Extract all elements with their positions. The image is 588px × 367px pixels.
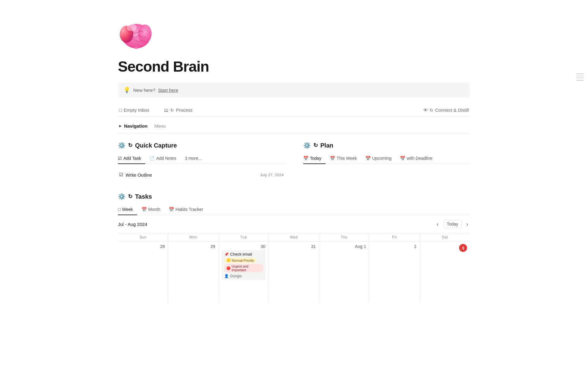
plan-header: ⚙️ ↻ Plan: [303, 142, 470, 149]
empty-inbox-nav[interactable]: □ Empty Inbox: [119, 107, 149, 113]
tab-more[interactable]: 3 more...: [181, 153, 206, 164]
month-icon: 📅: [141, 207, 147, 212]
habits-icon: 📅: [169, 207, 174, 212]
quick-capture-header: ⚙️ ↻ Quick Capture: [118, 142, 285, 149]
task-write-outline: ☑ Write Outline July 27, 2024: [118, 169, 285, 181]
person-icon: 👤: [224, 274, 229, 278]
connect-distill-nav[interactable]: 👁 ↻ Connect & Distill: [423, 107, 469, 113]
cal-header-mon: Mon: [168, 233, 218, 241]
two-col-layout: ⚙️ ↻ Quick Capture ☑ Add Task 📄 Add Note…: [118, 142, 470, 181]
cal-header-sat: Sat: [420, 233, 470, 241]
tab-today[interactable]: 📅 Today: [303, 153, 326, 164]
cal-cell-28: 28: [118, 242, 168, 303]
tasks-date-nav: Jul - Aug 2024 ‹ Today ›: [118, 220, 470, 228]
cal-cell-3-today: 3: [420, 242, 470, 303]
svg-point-3: [127, 24, 137, 31]
bulb-icon: 💡: [123, 87, 130, 93]
quick-capture-icon1: ⚙️: [118, 142, 126, 149]
svg-rect-4: [134, 47, 138, 49]
notes-icon: 📄: [149, 156, 155, 161]
tab-habits-tracker[interactable]: 📅 Habits Tracker: [164, 204, 207, 215]
navigation-menu-row[interactable]: ▶ Navigation Menu: [118, 119, 470, 133]
tab-upcoming[interactable]: 📅 Upcoming: [361, 153, 396, 164]
calendar-row: 28 29 30 📌 Check email 🟡 Normal P: [118, 241, 470, 303]
tasks-section: ⚙️ ↻ Tasks □ Week 📅 Month 📅 Habits Track…: [118, 193, 470, 303]
plan-icon1: ⚙️: [303, 142, 311, 149]
tab-month[interactable]: 📅 Month: [137, 204, 164, 215]
cal-cell-30: 30 📌 Check email 🟡 Normal Priority: [219, 242, 269, 303]
upcoming-cal-icon: 📅: [365, 156, 371, 161]
cal-header-wed: Wed: [269, 233, 319, 241]
deadline-cal-icon: 📅: [400, 156, 405, 161]
tag-normal-priority: 🟡 Normal Priority: [224, 258, 256, 263]
cal-header-fri: Fri: [369, 233, 420, 241]
tab-with-deadline[interactable]: 📅 with Deadline: [396, 153, 437, 164]
cal-event-check-email[interactable]: 📌 Check email 🟡 Normal Priority 🔴 Urgent…: [222, 250, 266, 280]
cal-event-person: 👤 Giorgia: [224, 274, 263, 278]
tasks-icon1: ⚙️: [118, 193, 126, 200]
plan-tabs: 📅 Today 📅 This Week 📅 Upcoming 📅 with De…: [303, 153, 470, 164]
prev-week-btn[interactable]: ‹: [435, 220, 440, 228]
cal-cell-aug1: Aug 1: [319, 242, 369, 303]
cal-cell-31: 31: [269, 242, 319, 303]
checkbox-icon: ☑: [118, 156, 122, 161]
scrollbar: [576, 73, 584, 81]
start-here-link[interactable]: Start here: [158, 88, 178, 93]
week-icon: □: [118, 207, 120, 212]
pin-icon: 📌: [224, 252, 229, 257]
tab-week[interactable]: □ Week: [118, 204, 137, 215]
cal-header-sun: Sun: [118, 233, 168, 241]
connect-cycle-icon: ↻: [430, 108, 433, 113]
tasks-header: ⚙️ ↻ Tasks: [118, 193, 470, 200]
quick-nav-row: □ Empty Inbox 🗂 ↻ Process 👁 ↻ Connect & …: [118, 104, 470, 117]
cal-header-tue: Tue: [219, 233, 269, 241]
process-icon: 🗂: [164, 107, 168, 113]
tab-add-notes[interactable]: 📄 Add Notes: [145, 153, 180, 164]
tasks-tabs: □ Week 📅 Month 📅 Habits Tracker: [118, 204, 470, 215]
week-cal-icon: 📅: [330, 156, 335, 161]
plan-icon2: ↻: [313, 142, 318, 149]
cal-cell-2: 2: [369, 242, 420, 303]
new-here-text: New here? Start here: [133, 88, 178, 93]
inbox-icon: □: [119, 107, 122, 113]
quick-capture-section: ⚙️ ↻ Quick Capture ☑ Add Task 📄 Add Note…: [118, 142, 285, 181]
process-cycle-icon: ↻: [170, 108, 174, 113]
tab-add-task[interactable]: ☑ Add Task: [118, 153, 145, 164]
cal-cell-29: 29: [168, 242, 218, 303]
today-cal-icon: 📅: [303, 156, 308, 161]
eye-icon: 👁: [423, 107, 428, 113]
page-title: Second Brain: [118, 58, 470, 75]
quick-capture-tabs: ☑ Add Task 📄 Add Notes 3 more...: [118, 153, 285, 164]
chevron-right-icon: ▶: [119, 124, 122, 128]
today-date-badge: 3: [459, 244, 467, 252]
task-checkbox-icon: ☑: [119, 172, 123, 178]
process-nav[interactable]: 🗂 ↻ Process: [164, 107, 192, 113]
tab-this-week[interactable]: 📅 This Week: [326, 153, 361, 164]
svg-point-2: [138, 24, 152, 43]
brain-icon: [118, 18, 155, 52]
plan-section: ⚙️ ↻ Plan 📅 Today 📅 This Week 📅 Upcoming: [303, 142, 470, 181]
quick-capture-icon2: ↻: [128, 142, 133, 149]
tag-urgent-important: 🔴 Urgent and Important: [224, 264, 263, 272]
next-week-btn[interactable]: ›: [465, 220, 470, 228]
cal-header-thu: Thu: [319, 233, 369, 241]
new-here-banner: 💡 New here? Start here: [118, 82, 470, 98]
today-nav-btn[interactable]: Today: [443, 220, 462, 228]
tasks-icon2: ↻: [128, 193, 133, 200]
calendar-header: Sun Mon Tue Wed Thu Fri Sat: [118, 233, 470, 241]
